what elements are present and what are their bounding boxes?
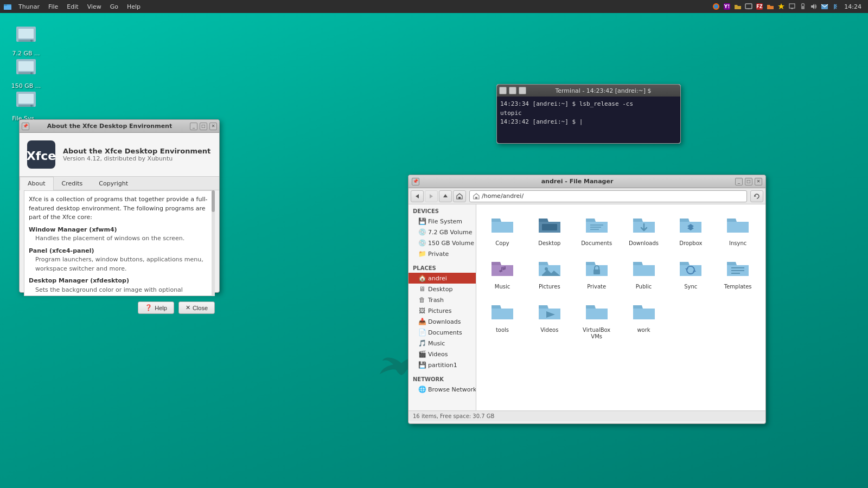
dropbox-folder-icon <box>678 212 704 238</box>
fm-pin-btn[interactable]: 📌 <box>412 178 419 185</box>
file-item-dropbox[interactable]: Dropbox <box>669 209 712 250</box>
close-button[interactable]: ✕ Close <box>178 301 215 314</box>
folder-tray-icon[interactable] <box>733 2 742 11</box>
file-item-work[interactable]: work <box>622 296 666 343</box>
about-scrollbar[interactable] <box>212 190 215 296</box>
file-item-insync[interactable]: Insync <box>716 209 760 250</box>
thunar-app-icon[interactable] <box>2 1 13 12</box>
sidebar-item-downloads[interactable]: 📥 Downloads <box>409 316 476 327</box>
svg-rect-49 <box>731 273 740 274</box>
tab-credits[interactable]: Credits <box>54 177 91 190</box>
gold-star-tray-icon[interactable] <box>777 2 786 11</box>
svg-text:Y!: Y! <box>724 4 730 9</box>
svg-point-20 <box>30 40 33 42</box>
file-item-downloads[interactable]: Downloads <box>622 209 666 250</box>
file-item-sync[interactable]: Sync <box>669 252 712 293</box>
fm-minimize-btn[interactable]: _ <box>735 178 743 185</box>
fm-address-input[interactable]: /home/andrei/ <box>469 190 747 202</box>
about-close-btn[interactable]: ✕ <box>209 123 217 130</box>
tab-copyright[interactable]: Copyright <box>91 177 136 190</box>
lock-tray-icon[interactable] <box>799 2 807 11</box>
pictures-label: Pictures <box>428 307 452 314</box>
sidebar-item-music[interactable]: 🎵 Music <box>409 338 476 349</box>
fm-address-bar: /home/andrei/ <box>469 190 747 202</box>
file-item-desktop[interactable]: Desktop <box>528 209 571 250</box>
private-folder-icon <box>584 255 610 281</box>
file-item-templates[interactable]: Templates <box>716 252 760 293</box>
fm-close-btn[interactable]: ✕ <box>755 178 762 185</box>
sidebar-item-desktop[interactable]: 🖥 Desktop <box>409 284 476 294</box>
screen-tray-icon[interactable] <box>744 2 753 11</box>
terminal-title: Terminal - 14:23:42 [andrei:~] $ <box>528 87 678 94</box>
terminal-minimize-btn[interactable]: _ <box>499 87 507 94</box>
taskbar-menu: Thunar File Edit View Go Help <box>14 2 145 11</box>
sidebar-item-trash[interactable]: 🗑 Trash <box>409 294 476 305</box>
firefox-tray-icon[interactable] <box>712 2 720 11</box>
fm-forward-btn[interactable] <box>425 190 438 202</box>
svg-point-4 <box>714 4 718 9</box>
starred-folder-tray-icon[interactable] <box>766 2 775 11</box>
file-item-videos[interactable]: Videos <box>528 296 571 343</box>
sidebar-item-pictures[interactable]: 🖼 Pictures <box>409 305 476 316</box>
sidebar-item-browse-network[interactable]: 🌐 Browse Network <box>409 384 476 395</box>
bluetooth-tray-icon[interactable] <box>831 2 840 11</box>
help-button[interactable]: ❓ Help <box>138 301 174 314</box>
file-item-documents[interactable]: Documents <box>575 209 618 250</box>
sidebar-item-documents[interactable]: 📄 Documents <box>409 327 476 338</box>
fm-body: DEVICES 💾 File System 💿 7.2 GB Volume 💿 … <box>409 204 765 410</box>
dropbox-folder-label: Dropbox <box>679 240 702 247</box>
sidebar-item-private-dev[interactable]: 📁 Private <box>409 248 476 259</box>
filesys-icon <box>13 86 39 112</box>
sync-folder-icon <box>678 255 704 281</box>
yahoo-tray-icon[interactable]: Y! <box>723 2 731 11</box>
file-item-tools[interactable]: tools <box>481 296 524 343</box>
volume-tray-icon[interactable] <box>809 2 818 11</box>
fm-home-btn[interactable] <box>453 190 466 202</box>
about-pin-btn[interactable]: 📌 <box>22 123 29 130</box>
menu-edit[interactable]: Edit <box>65 2 80 11</box>
downloads-icon: 📥 <box>418 318 426 325</box>
about-minimize-btn[interactable]: _ <box>190 123 197 130</box>
public-folder-icon <box>631 255 657 281</box>
menu-go[interactable]: Go <box>108 2 120 11</box>
filezilla-tray-icon[interactable]: FZ <box>755 2 764 11</box>
fm-back-btn[interactable] <box>411 190 424 202</box>
about-maximize-btn[interactable]: □ <box>200 123 207 130</box>
work-folder-icon <box>631 299 657 325</box>
email-tray-icon[interactable] <box>820 2 829 11</box>
display-tray-icon[interactable] <box>788 2 796 11</box>
fm-refresh-btn[interactable] <box>750 190 763 202</box>
file-item-virtualbox[interactable]: VirtualBox VMs <box>575 296 618 343</box>
sidebar-item-filesystem[interactable]: 💾 File System <box>409 216 476 227</box>
menu-help[interactable]: Help <box>125 2 143 11</box>
svg-rect-44 <box>593 269 600 274</box>
file-item-private[interactable]: Private <box>575 252 618 293</box>
menu-file[interactable]: File <box>46 2 60 11</box>
fm-up-btn[interactable] <box>439 190 452 202</box>
menu-app-name[interactable]: Thunar <box>16 2 42 11</box>
downloads-folder-label: Downloads <box>629 240 659 247</box>
svg-rect-18 <box>18 29 34 38</box>
music-label: Music <box>428 340 445 347</box>
svg-marker-15 <box>811 4 814 9</box>
desktop-icon-filesys[interactable]: File Sys... <box>4 84 48 125</box>
file-item-copy[interactable]: Copy <box>481 209 524 250</box>
file-item-public[interactable]: Public <box>622 252 666 293</box>
terminal-close-btn[interactable]: ✕ <box>519 87 526 94</box>
sidebar-item-andrei[interactable]: 🏠 andrei <box>409 273 476 284</box>
file-item-pictures[interactable]: Pictures <box>528 252 571 293</box>
sidebar-item-videos[interactable]: 🎬 Videos <box>409 349 476 359</box>
menu-view[interactable]: View <box>85 2 104 11</box>
file-item-music[interactable]: Music <box>481 252 524 293</box>
terminal-body[interactable]: 14:23:34 [andrei:~] $ lsb_release -cs ut… <box>497 97 680 143</box>
templates-folder-label: Templates <box>724 284 752 290</box>
sidebar-item-partition1[interactable]: 💾 partition1 <box>409 359 476 370</box>
terminal-maximize-btn[interactable]: □ <box>509 87 516 94</box>
documents-icon: 📄 <box>418 329 426 336</box>
fm-maximize-btn[interactable]: □ <box>745 178 752 185</box>
sidebar-item-150gb[interactable]: 💿 150 GB Volume <box>409 237 476 248</box>
insync-folder-label: Insync <box>729 240 746 247</box>
tab-about[interactable]: About <box>20 177 54 190</box>
sidebar-item-72gb[interactable]: 💿 7.2 GB Volume <box>409 227 476 237</box>
72gb-label: 7.2 GB Volume <box>428 229 472 236</box>
